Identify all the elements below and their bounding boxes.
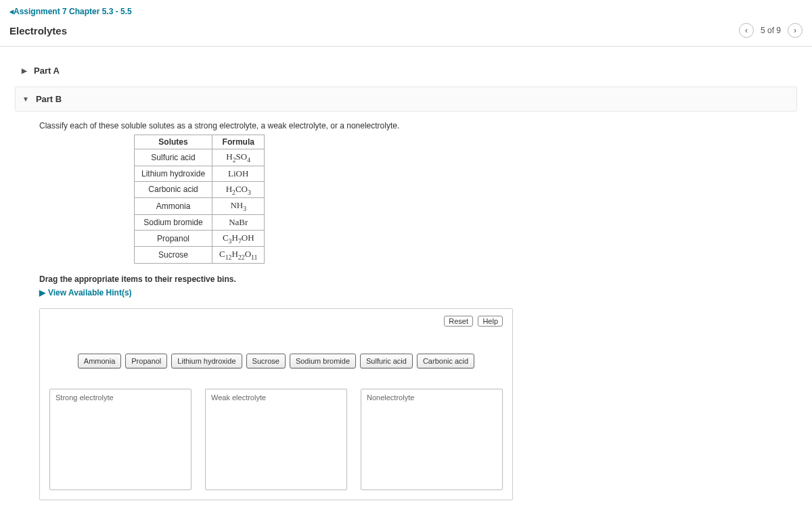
pager-position: 5 of 9 xyxy=(761,26,781,35)
back-link[interactable]: ◂Assignment 7 Chapter 5.3 - 5.5 xyxy=(9,7,132,16)
table-row: PropanolC3H7OH xyxy=(135,230,265,247)
next-button[interactable]: › xyxy=(788,23,803,38)
drop-bin[interactable]: Strong electrolyte xyxy=(49,389,191,490)
table-row: Carbonic acidH2CO3 xyxy=(135,181,265,198)
items-row: AmmoniaPropanolLithium hydroxideSucroseS… xyxy=(49,354,503,368)
caret-down-icon: ▼ xyxy=(22,95,29,103)
drop-bin[interactable]: Nonelectrolyte xyxy=(361,389,503,490)
solute-formula: LiOH xyxy=(212,166,265,181)
drop-bin[interactable]: Weak electrolyte xyxy=(205,389,347,490)
question-instruction: Classify each of these soluble solutes a… xyxy=(39,121,794,130)
draggable-item[interactable]: Sodium bromide xyxy=(290,354,356,368)
table-row: Sulfuric acidH2SO4 xyxy=(135,149,265,166)
bins-row: Strong electrolyteWeak electrolyteNonele… xyxy=(49,389,503,490)
draggable-item[interactable]: Sucrose xyxy=(246,354,286,368)
hints-label: View Available Hint(s) xyxy=(48,288,132,297)
draggable-item[interactable]: Ammonia xyxy=(78,354,121,368)
draggable-item[interactable]: Lithium hydroxide xyxy=(171,354,242,368)
caret-right-icon: ▶ xyxy=(22,67,27,74)
chevron-right-icon: › xyxy=(794,26,796,35)
solute-formula: NH3 xyxy=(212,198,265,215)
table-row: SucroseC12H22O11 xyxy=(135,247,265,264)
view-hints-link[interactable]: ▶ View Available Hint(s) xyxy=(39,288,794,297)
reset-button[interactable]: Reset xyxy=(444,316,473,327)
part-a-header[interactable]: ▶ Part A xyxy=(15,59,797,82)
solute-formula: H2SO4 xyxy=(212,149,265,166)
pager: ‹ 5 of 9 › xyxy=(739,23,803,38)
bin-label: Strong electrolyte xyxy=(55,393,185,402)
chevron-left-icon: ‹ xyxy=(745,26,748,35)
solute-name: Propanol xyxy=(135,230,212,247)
bin-label: Nonelectrolyte xyxy=(367,393,497,402)
draggable-item[interactable]: Sulfuric acid xyxy=(360,354,413,368)
solute-name: Carbonic acid xyxy=(135,181,212,198)
bin-label: Weak electrolyte xyxy=(211,393,341,402)
part-b-label: Part B xyxy=(36,94,62,104)
table-head-formula: Formula xyxy=(212,135,265,149)
table-row: Sodium bromideNaBr xyxy=(135,214,265,230)
solute-name: Sucrose xyxy=(135,247,212,264)
solute-formula: NaBr xyxy=(212,214,265,230)
solute-formula: H2CO3 xyxy=(212,181,265,198)
help-button[interactable]: Help xyxy=(478,316,503,327)
prev-button[interactable]: ‹ xyxy=(739,23,754,38)
back-link-label: Assignment 7 Chapter 5.3 - 5.5 xyxy=(14,7,132,16)
solute-name: Sodium bromide xyxy=(135,214,212,230)
solute-name: Sulfuric acid xyxy=(135,149,212,166)
draggable-item[interactable]: Propanol xyxy=(125,354,167,368)
solute-formula: C12H22O11 xyxy=(212,247,265,264)
page-title: Electrolytes xyxy=(9,25,67,37)
part-b-header[interactable]: ▼ Part B xyxy=(16,87,796,111)
drag-drop-activity: Reset Help AmmoniaPropanolLithium hydrox… xyxy=(39,308,513,500)
table-row: AmmoniaNH3 xyxy=(135,198,265,215)
draggable-item[interactable]: Carbonic acid xyxy=(417,354,474,368)
solute-formula: C3H7OH xyxy=(212,230,265,247)
drag-instruction: Drag the appropriate items to their resp… xyxy=(39,274,794,284)
solute-table: Solutes Formula Sulfuric acidH2SO4Lithiu… xyxy=(134,135,265,264)
caret-right-icon: ▶ xyxy=(39,288,45,297)
table-row: Lithium hydroxideLiOH xyxy=(135,166,265,181)
solute-name: Ammonia xyxy=(135,198,212,215)
part-a-label: Part A xyxy=(34,66,60,76)
solute-name: Lithium hydroxide xyxy=(135,166,212,181)
table-head-solute: Solutes xyxy=(135,135,212,149)
